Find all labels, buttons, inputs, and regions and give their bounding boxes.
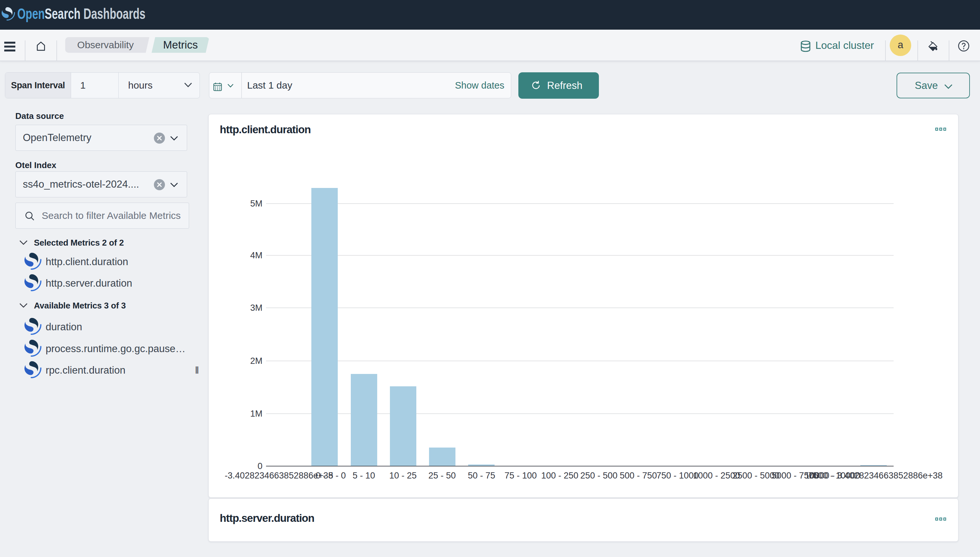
- svg-text:5M: 5M: [250, 199, 263, 208]
- svg-text:500 - 750: 500 - 750: [620, 471, 657, 480]
- svg-text:1M: 1M: [250, 409, 263, 419]
- svg-text:5 - 10: 5 - 10: [353, 471, 375, 480]
- svg-text:250 - 500: 250 - 500: [580, 471, 617, 480]
- svg-text:0 - 5: 0 - 5: [315, 471, 333, 480]
- svg-text:3M: 3M: [250, 303, 263, 313]
- svg-text:2M: 2M: [250, 356, 263, 366]
- svg-text:10000 - 3.4028234663852886e+38: 10000 - 3.4028234663852886e+38: [805, 471, 943, 480]
- svg-text:75 - 100: 75 - 100: [504, 471, 537, 480]
- svg-text:0: 0: [258, 461, 263, 471]
- svg-text:100 - 250: 100 - 250: [541, 471, 578, 480]
- svg-text:50 - 75: 50 - 75: [468, 471, 495, 480]
- svg-text:750 - 1000: 750 - 1000: [656, 471, 698, 480]
- svg-text:4M: 4M: [250, 251, 263, 260]
- svg-text:10 - 25: 10 - 25: [389, 471, 416, 480]
- svg-text:25 - 50: 25 - 50: [428, 471, 456, 480]
